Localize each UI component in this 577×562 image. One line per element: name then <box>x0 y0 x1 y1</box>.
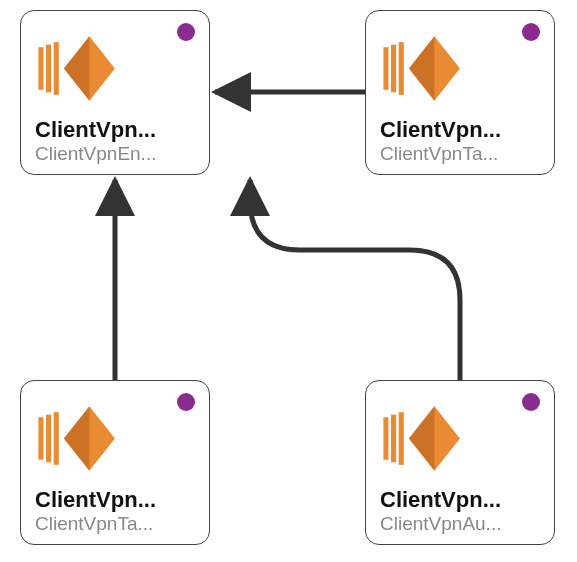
svg-rect-5 <box>383 48 388 91</box>
node-subtitle: ClientVpnEn... <box>35 143 195 166</box>
node-clientvpn-target-1[interactable]: ClientVpn... ClientVpnTa... <box>365 10 555 175</box>
svg-rect-1 <box>46 45 51 93</box>
edge-n3-n0 <box>250 180 460 380</box>
svg-rect-10 <box>38 418 43 461</box>
node-title: ClientVpn... <box>35 117 195 143</box>
node-subtitle: ClientVpnTa... <box>35 513 195 536</box>
svg-marker-4 <box>64 37 90 102</box>
aws-resource-icon <box>380 391 540 487</box>
aws-resource-icon <box>380 21 540 117</box>
node-title: ClientVpn... <box>380 487 540 513</box>
node-title: ClientVpn... <box>35 487 195 513</box>
svg-rect-12 <box>54 413 59 466</box>
svg-rect-0 <box>38 48 43 91</box>
node-clientvpn-auth[interactable]: ClientVpn... ClientVpnAu... <box>365 380 555 545</box>
node-subtitle: ClientVpnAu... <box>380 513 540 536</box>
svg-marker-14 <box>64 407 90 472</box>
svg-rect-17 <box>399 413 404 466</box>
svg-rect-6 <box>391 45 396 93</box>
svg-rect-7 <box>399 43 404 96</box>
node-title: ClientVpn... <box>380 117 540 143</box>
svg-rect-15 <box>383 418 388 461</box>
svg-rect-11 <box>46 415 51 463</box>
svg-rect-16 <box>391 415 396 463</box>
node-subtitle: ClientVpnTa... <box>380 143 540 166</box>
svg-rect-2 <box>54 43 59 96</box>
svg-marker-19 <box>409 407 435 472</box>
svg-marker-9 <box>409 37 435 102</box>
node-clientvpn-endpoint[interactable]: ClientVpn... ClientVpnEn... <box>20 10 210 175</box>
aws-resource-icon <box>35 391 195 487</box>
node-clientvpn-target-2[interactable]: ClientVpn... ClientVpnTa... <box>20 380 210 545</box>
aws-resource-icon <box>35 21 195 117</box>
